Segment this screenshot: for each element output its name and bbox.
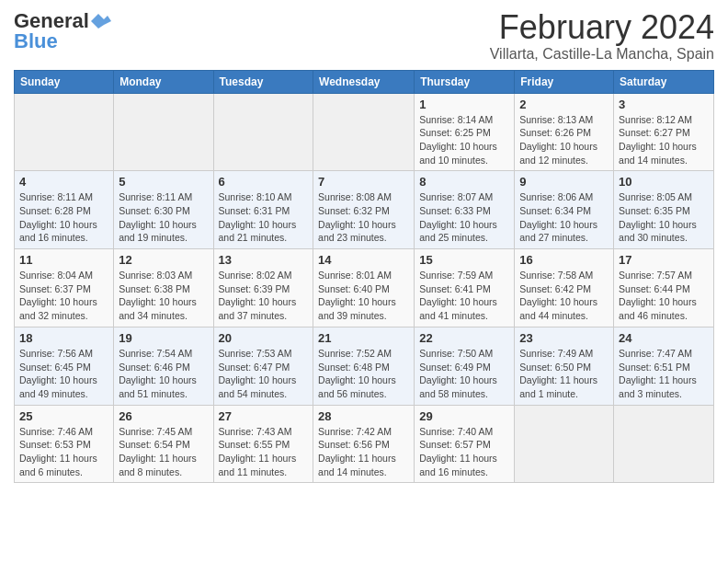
day-info: Sunrise: 7:45 AM Sunset: 6:54 PM Dayligh… — [119, 425, 208, 479]
day-info: Sunrise: 8:13 AM Sunset: 6:26 PM Dayligh… — [519, 113, 609, 167]
day-info: Sunrise: 8:01 AM Sunset: 6:40 PM Dayligh… — [318, 269, 409, 323]
calendar-cell: 28Sunrise: 7:42 AM Sunset: 6:56 PM Dayli… — [313, 405, 415, 483]
day-info: Sunrise: 7:46 AM Sunset: 6:53 PM Dayligh… — [19, 425, 108, 479]
logo-blue: Blue — [14, 29, 58, 53]
calendar-cell: 5Sunrise: 8:11 AM Sunset: 6:30 PM Daylig… — [114, 171, 213, 249]
day-info: Sunrise: 8:10 AM Sunset: 6:31 PM Dayligh… — [219, 190, 309, 245]
day-number: 26 — [119, 409, 208, 423]
subtitle: Villarta, Castille-La Mancha, Spain — [490, 46, 714, 63]
day-number: 22 — [419, 331, 509, 345]
calendar-cell: 27Sunrise: 7:43 AM Sunset: 6:55 PM Dayli… — [213, 405, 313, 483]
day-number: 6 — [219, 175, 309, 189]
calendar-week-row: 18Sunrise: 7:56 AM Sunset: 6:45 PM Dayli… — [15, 327, 714, 405]
calendar-cell: 6Sunrise: 8:10 AM Sunset: 6:31 PM Daylig… — [213, 171, 313, 249]
calendar-cell: 16Sunrise: 7:58 AM Sunset: 6:42 PM Dayli… — [515, 249, 614, 327]
calendar-cell: 10Sunrise: 8:05 AM Sunset: 6:35 PM Dayli… — [614, 171, 714, 249]
logo-bird-icon — [91, 14, 111, 29]
calendar-table: SundayMondayTuesdayWednesdayThursdayFrid… — [14, 70, 714, 484]
day-info: Sunrise: 8:04 AM Sunset: 6:37 PM Dayligh… — [19, 269, 108, 323]
day-number: 19 — [119, 331, 208, 345]
day-number: 8 — [419, 175, 509, 189]
calendar-week-row: 11Sunrise: 8:04 AM Sunset: 6:37 PM Dayli… — [15, 249, 714, 327]
weekday-header-saturday: Saturday — [614, 70, 714, 93]
calendar-cell: 2Sunrise: 8:13 AM Sunset: 6:26 PM Daylig… — [515, 93, 614, 171]
day-number: 28 — [318, 409, 409, 423]
day-number: 11 — [19, 253, 108, 267]
calendar-cell: 26Sunrise: 7:45 AM Sunset: 6:54 PM Dayli… — [114, 405, 213, 483]
day-info: Sunrise: 8:07 AM Sunset: 6:33 PM Dayligh… — [419, 190, 509, 245]
day-number: 20 — [219, 331, 309, 345]
calendar-week-row: 25Sunrise: 7:46 AM Sunset: 6:53 PM Dayli… — [15, 405, 714, 483]
day-info: Sunrise: 7:54 AM Sunset: 6:46 PM Dayligh… — [119, 347, 208, 401]
day-number: 5 — [119, 175, 208, 189]
day-info: Sunrise: 8:12 AM Sunset: 6:27 PM Dayligh… — [619, 113, 709, 167]
title-section: February 2024 Villarta, Castille-La Manc… — [490, 9, 714, 63]
calendar-cell: 21Sunrise: 7:52 AM Sunset: 6:48 PM Dayli… — [313, 327, 415, 405]
weekday-header-sunday: Sunday — [15, 70, 114, 93]
day-info: Sunrise: 8:11 AM Sunset: 6:30 PM Dayligh… — [119, 190, 208, 245]
calendar-cell: 23Sunrise: 7:49 AM Sunset: 6:50 PM Dayli… — [515, 327, 614, 405]
day-number: 27 — [219, 409, 309, 423]
day-info: Sunrise: 7:42 AM Sunset: 6:56 PM Dayligh… — [318, 425, 409, 479]
calendar-cell — [213, 93, 313, 171]
day-info: Sunrise: 7:58 AM Sunset: 6:42 PM Dayligh… — [519, 269, 609, 323]
calendar-cell — [515, 405, 614, 483]
main-title: February 2024 — [490, 9, 714, 46]
day-info: Sunrise: 7:49 AM Sunset: 6:50 PM Dayligh… — [519, 347, 609, 401]
day-number: 29 — [419, 409, 509, 423]
weekday-header-row: SundayMondayTuesdayWednesdayThursdayFrid… — [15, 70, 714, 93]
day-info: Sunrise: 7:47 AM Sunset: 6:51 PM Dayligh… — [619, 347, 709, 401]
calendar-cell: 4Sunrise: 8:11 AM Sunset: 6:28 PM Daylig… — [15, 171, 114, 249]
calendar-cell: 24Sunrise: 7:47 AM Sunset: 6:51 PM Dayli… — [614, 327, 714, 405]
calendar-cell — [15, 93, 114, 171]
weekday-header-thursday: Thursday — [415, 70, 515, 93]
day-number: 13 — [219, 253, 309, 267]
calendar-cell: 20Sunrise: 7:53 AM Sunset: 6:47 PM Dayli… — [213, 327, 313, 405]
calendar-cell: 15Sunrise: 7:59 AM Sunset: 6:41 PM Dayli… — [415, 249, 515, 327]
day-number: 15 — [419, 253, 509, 267]
calendar-cell: 3Sunrise: 8:12 AM Sunset: 6:27 PM Daylig… — [614, 93, 714, 171]
logo: General Blue — [14, 9, 111, 53]
calendar-cell — [614, 405, 714, 483]
day-info: Sunrise: 7:43 AM Sunset: 6:55 PM Dayligh… — [219, 425, 309, 479]
day-number: 24 — [619, 331, 709, 345]
weekday-header-tuesday: Tuesday — [213, 70, 313, 93]
calendar-cell: 18Sunrise: 7:56 AM Sunset: 6:45 PM Dayli… — [15, 327, 114, 405]
calendar-cell: 8Sunrise: 8:07 AM Sunset: 6:33 PM Daylig… — [415, 171, 515, 249]
day-number: 25 — [19, 409, 108, 423]
day-number: 1 — [419, 98, 509, 111]
calendar-cell: 29Sunrise: 7:40 AM Sunset: 6:57 PM Dayli… — [415, 405, 515, 483]
day-number: 12 — [119, 253, 208, 267]
day-number: 10 — [619, 175, 709, 189]
day-info: Sunrise: 8:03 AM Sunset: 6:38 PM Dayligh… — [119, 269, 208, 323]
day-info: Sunrise: 7:59 AM Sunset: 6:41 PM Dayligh… — [419, 269, 509, 323]
calendar-cell: 1Sunrise: 8:14 AM Sunset: 6:25 PM Daylig… — [415, 93, 515, 171]
calendar-cell — [313, 93, 415, 171]
calendar-cell: 9Sunrise: 8:06 AM Sunset: 6:34 PM Daylig… — [515, 171, 614, 249]
calendar-cell: 17Sunrise: 7:57 AM Sunset: 6:44 PM Dayli… — [614, 249, 714, 327]
weekday-header-monday: Monday — [114, 70, 213, 93]
weekday-header-wednesday: Wednesday — [313, 70, 415, 93]
day-info: Sunrise: 8:05 AM Sunset: 6:35 PM Dayligh… — [619, 190, 709, 245]
day-info: Sunrise: 8:02 AM Sunset: 6:39 PM Dayligh… — [219, 269, 309, 323]
calendar-week-row: 1Sunrise: 8:14 AM Sunset: 6:25 PM Daylig… — [15, 93, 714, 171]
day-number: 16 — [519, 253, 609, 267]
calendar-cell: 7Sunrise: 8:08 AM Sunset: 6:32 PM Daylig… — [313, 171, 415, 249]
day-info: Sunrise: 7:53 AM Sunset: 6:47 PM Dayligh… — [219, 347, 309, 401]
day-info: Sunrise: 7:50 AM Sunset: 6:49 PM Dayligh… — [419, 347, 509, 401]
day-number: 23 — [519, 331, 609, 345]
calendar-cell: 11Sunrise: 8:04 AM Sunset: 6:37 PM Dayli… — [15, 249, 114, 327]
day-number: 17 — [619, 253, 709, 267]
day-info: Sunrise: 7:52 AM Sunset: 6:48 PM Dayligh… — [318, 347, 409, 401]
svg-marker-0 — [91, 14, 111, 29]
day-info: Sunrise: 8:14 AM Sunset: 6:25 PM Dayligh… — [419, 113, 509, 167]
calendar-cell: 25Sunrise: 7:46 AM Sunset: 6:53 PM Dayli… — [15, 405, 114, 483]
calendar-cell: 22Sunrise: 7:50 AM Sunset: 6:49 PM Dayli… — [415, 327, 515, 405]
day-info: Sunrise: 8:08 AM Sunset: 6:32 PM Dayligh… — [318, 190, 409, 245]
day-info: Sunrise: 7:57 AM Sunset: 6:44 PM Dayligh… — [619, 269, 709, 323]
day-info: Sunrise: 7:56 AM Sunset: 6:45 PM Dayligh… — [19, 347, 108, 401]
day-number: 9 — [519, 175, 609, 189]
calendar-cell: 13Sunrise: 8:02 AM Sunset: 6:39 PM Dayli… — [213, 249, 313, 327]
header: General Blue February 2024 Villarta, Cas… — [14, 9, 714, 63]
calendar-cell — [114, 93, 213, 171]
